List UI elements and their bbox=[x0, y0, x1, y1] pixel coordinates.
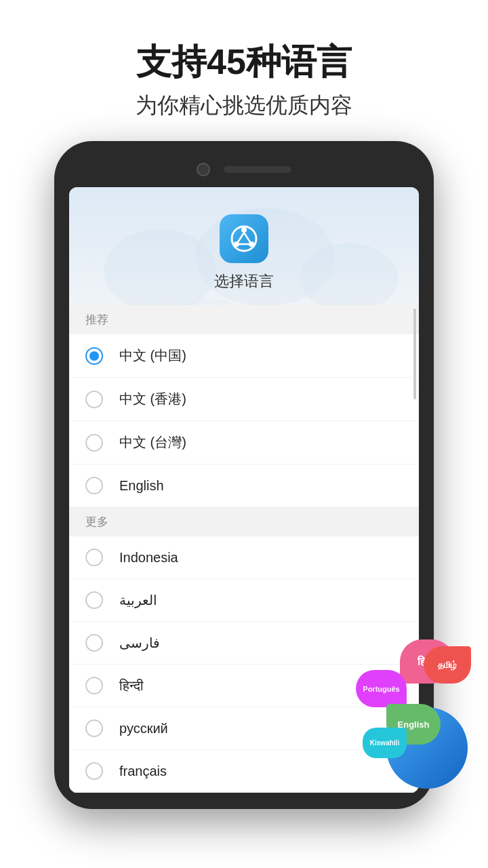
section-label-recommended: 推荐 bbox=[69, 305, 419, 334]
screen-header: 选择语言 bbox=[69, 187, 419, 305]
screen-title: 选择语言 bbox=[83, 271, 405, 292]
svg-point-6 bbox=[241, 227, 247, 233]
lang-text-hindi: हिन्दी bbox=[119, 678, 144, 694]
radio-farsi bbox=[85, 634, 103, 652]
lang-text-zh-hk: 中文 (香港) bbox=[119, 390, 186, 408]
lang-text-farsi: فارسی bbox=[119, 635, 160, 651]
radio-zh-cn bbox=[85, 347, 103, 365]
scrollbar bbox=[413, 309, 416, 399]
language-list-recommended: 中文 (中国) 中文 (香港) 中文 (台灣) English bbox=[69, 334, 419, 507]
bubble-portuguese: Português bbox=[356, 670, 407, 707]
bubble-swahili: Kiswahili bbox=[363, 728, 407, 758]
bubble-tamil: தமிழ் bbox=[424, 646, 471, 684]
radio-zh-hk bbox=[85, 391, 103, 408]
section-label-more: 更多 bbox=[69, 507, 419, 536]
phone-speaker bbox=[224, 166, 291, 173]
language-item-zh-cn[interactable]: 中文 (中国) bbox=[69, 334, 419, 378]
language-item-english[interactable]: English bbox=[69, 465, 419, 507]
radio-inner-zh-cn bbox=[89, 351, 99, 361]
radio-zh-tw bbox=[85, 434, 103, 452]
svg-line-10 bbox=[238, 233, 244, 242]
lang-text-arabic: العربية bbox=[119, 592, 157, 608]
radio-russian bbox=[85, 719, 103, 737]
header-subtitle: 为你精心挑选优质内容 bbox=[27, 91, 461, 121]
radio-indonesia bbox=[85, 549, 103, 566]
svg-line-9 bbox=[244, 233, 250, 242]
radio-english bbox=[85, 477, 103, 494]
radio-hindi bbox=[85, 677, 103, 694]
language-item-indonesia[interactable]: Indonesia bbox=[69, 536, 419, 579]
phone-camera bbox=[197, 163, 210, 176]
language-item-arabic[interactable]: العربية bbox=[69, 579, 419, 622]
lang-text-indonesia: Indonesia bbox=[119, 550, 178, 566]
language-stickers: हिन्दी Português தமிழ் English Kiswahili bbox=[312, 639, 468, 782]
app-icon-svg bbox=[229, 224, 259, 254]
phone-wrapper: 选择语言 推荐 中文 (中国) 中文 (香港) 中文 (台灣) bbox=[54, 141, 434, 809]
language-item-zh-hk[interactable]: 中文 (香港) bbox=[69, 378, 419, 421]
lang-text-russian: русский bbox=[119, 721, 168, 736]
lang-text-english: English bbox=[119, 478, 164, 494]
sticker-container: हिन्दी Português தமிழ் English Kiswahili bbox=[312, 639, 461, 775]
lang-text-french: français bbox=[119, 764, 167, 779]
app-icon bbox=[220, 214, 268, 263]
lang-text-zh-tw: 中文 (台灣) bbox=[119, 433, 186, 452]
header-section: 支持45种语言 为你精心挑选优质内容 bbox=[0, 0, 488, 141]
header-title: 支持45种语言 bbox=[27, 41, 461, 83]
radio-arabic bbox=[85, 591, 103, 609]
phone-top-bar bbox=[69, 157, 419, 187]
lang-text-zh-cn: 中文 (中国) bbox=[119, 347, 186, 365]
radio-french bbox=[85, 762, 103, 780]
language-item-zh-tw[interactable]: 中文 (台灣) bbox=[69, 421, 419, 465]
